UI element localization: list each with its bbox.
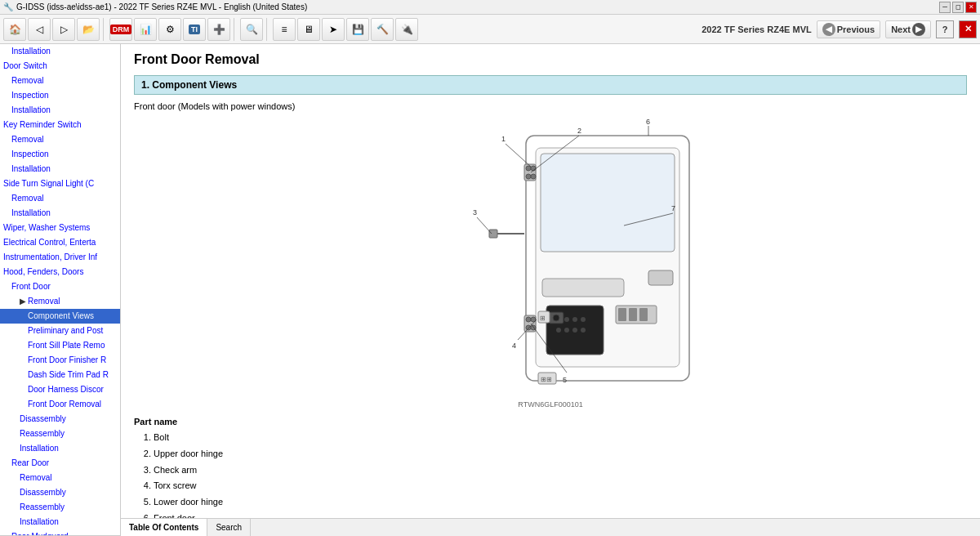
svg-text:7: 7 (671, 204, 675, 212)
sidebar-item-reassembly-rd[interactable]: Reassembly (0, 500, 120, 515)
svg-text:5: 5 (563, 376, 567, 384)
part-name-header: Part name (134, 417, 967, 427)
sidebar-item-installation-3[interactable]: Installation (0, 162, 120, 176)
open-button[interactable]: 📂 (77, 18, 100, 41)
window-controls[interactable]: ─ ◻ ✕ (939, 2, 977, 13)
settings-button[interactable]: ⚙ (158, 18, 181, 41)
sidebar-item-rear-door[interactable]: Rear Door (0, 456, 120, 471)
sidebar-item-reassembly[interactable]: Reassembly (0, 427, 120, 441)
sidebar-item-disassembly-rd[interactable]: Disassembly (0, 485, 120, 500)
sidebar-item-removal-3[interactable]: Removal (0, 191, 120, 206)
sidebar-item-installation-2[interactable]: Installation (0, 103, 120, 118)
sidebar-item-inspection-1[interactable]: Inspection (0, 88, 120, 103)
part-item-3: Check arm (154, 462, 967, 479)
bottom-tab-search[interactable]: Search (207, 519, 251, 536)
sidebar-item-wiper-washer[interactable]: Wiper, Washer Systems (0, 221, 120, 235)
svg-point-7 (564, 317, 569, 322)
sidebar-item-front-sill[interactable]: Front Sill Plate Remo (0, 338, 120, 353)
ti-button[interactable]: TI (183, 18, 206, 41)
svg-line-36 (477, 217, 492, 234)
sidebar-item-prelim-post[interactable]: Preliminary and Post (0, 324, 120, 338)
svg-point-31 (553, 315, 559, 321)
tool-button[interactable]: 🔨 (371, 18, 394, 41)
search-button[interactable]: 🔍 (240, 18, 263, 41)
caret-icon: ▶ (20, 297, 26, 306)
svg-point-25 (531, 174, 536, 179)
sidebar-item-front-door-removal[interactable]: Front Door Removal (0, 397, 120, 412)
next-button[interactable]: Next ▶ (885, 20, 931, 38)
svg-line-32 (506, 144, 531, 167)
bottom-tabs-container: Table Of ContentsSearch (121, 519, 251, 536)
sidebar-item-electrical-control[interactable]: Electrical Control, Enterta (0, 235, 120, 250)
sidebar-item-front-door[interactable]: Front Door (0, 279, 120, 294)
sidebar-item-removal-1[interactable]: Removal (0, 74, 120, 88)
main-area: InstallationDoor SwitchRemovalInspection… (0, 44, 980, 536)
sidebar-item-removal-2[interactable]: Removal (0, 132, 120, 147)
sidebar-item-instrumentation[interactable]: Instrumentation, Driver Inf (0, 250, 120, 265)
close-button[interactable]: ✕ (965, 2, 977, 13)
separator-3 (266, 18, 270, 41)
next-label: Next (891, 25, 911, 34)
previous-button[interactable]: ◀ Previous (817, 20, 880, 38)
sidebar-item-front-door-finisher[interactable]: Front Door Finisher R (0, 353, 120, 368)
help-button[interactable]: ? (936, 20, 954, 38)
sidebar-item-component-views[interactable]: Component Views (0, 309, 120, 324)
svg-rect-2 (541, 154, 675, 252)
sidebar-item-installation-fd[interactable]: Installation (0, 441, 120, 456)
next-arrow-icon: ▶ (912, 23, 925, 36)
save-button[interactable]: 💾 (346, 18, 369, 41)
svg-rect-16 (629, 308, 637, 321)
part-item-4: Torx screw (154, 478, 967, 494)
drm-button[interactable]: DRM (109, 18, 132, 41)
svg-rect-3 (648, 270, 673, 285)
toolbar: 🏠 ◁ ▷ 📂 DRM 📊 ⚙ TI ➕ 🔍 ≡ 🖥 ➤ 💾 🔨 🔌 2022 … (0, 15, 980, 44)
sidebar: InstallationDoor SwitchRemovalInspection… (0, 44, 121, 536)
app-icon: 🔧 (3, 2, 13, 11)
svg-rect-15 (618, 308, 626, 321)
prev-arrow-icon: ◀ (822, 23, 835, 36)
plus-button[interactable]: ➕ (207, 18, 230, 41)
sidebar-item-dash-side-trim[interactable]: Dash Side Trim Pad R (0, 368, 120, 382)
back-button[interactable]: ◁ (28, 18, 51, 41)
svg-rect-21 (489, 230, 497, 238)
svg-text:⊞: ⊞ (540, 315, 546, 322)
sidebar-item-installation-4[interactable]: Installation (0, 206, 120, 221)
sidebar-item-inspection-2[interactable]: Inspection (0, 147, 120, 162)
svg-text:6: 6 (646, 119, 650, 126)
section-header: 1. Component Views (134, 75, 967, 95)
bottom-tab-toc[interactable]: Table Of Contents (121, 519, 207, 536)
svg-point-10 (556, 328, 561, 333)
sidebar-item-installation-rd[interactable]: Installation (0, 515, 120, 529)
home-button[interactable]: 🏠 (3, 18, 26, 41)
forward-button[interactable]: ▷ (52, 18, 75, 41)
help-icon: ? (942, 25, 948, 34)
svg-point-23 (531, 166, 536, 171)
sidebar-item-side-turn[interactable]: Side Turn Signal Light (C (0, 176, 120, 191)
list-button[interactable]: ≡ (273, 18, 296, 41)
sidebar-item-installation-1[interactable]: Installation (0, 44, 120, 59)
separator-1 (103, 18, 106, 41)
minimize-button[interactable]: ─ (939, 2, 951, 13)
svg-text:2: 2 (577, 127, 581, 135)
svg-point-28 (526, 325, 531, 330)
sidebar-item-hood-fenders[interactable]: Hood, Fenders, Doors (0, 265, 120, 279)
sidebar-item-disassembly[interactable]: Disassembly (0, 412, 120, 427)
toolbar-close-button[interactable]: ✕ (959, 20, 977, 38)
part-item-5: Lower door hinge (154, 494, 967, 511)
svg-point-9 (581, 317, 586, 322)
connector-button[interactable]: 🔌 (395, 18, 418, 41)
sidebar-item-door-switch[interactable]: Door Switch (0, 59, 120, 74)
subtitle: Front door (Models with power windows) (134, 101, 967, 111)
sidebar-item-removal-rd[interactable]: Removal (0, 471, 120, 485)
monitor-button[interactable]: 🖥 (297, 18, 320, 41)
arrow-button[interactable]: ➤ (322, 18, 345, 41)
chart-button[interactable]: 📊 (134, 18, 157, 41)
sidebar-item-door-harness[interactable]: Door Harness Discor (0, 382, 120, 397)
svg-point-11 (564, 328, 569, 333)
svg-point-22 (526, 166, 531, 171)
sidebar-item-key-reminder[interactable]: Key Reminder Switch (0, 118, 120, 132)
svg-point-24 (526, 174, 531, 179)
sidebar-item-removal-fd[interactable]: ▶Removal (0, 294, 120, 309)
restore-button[interactable]: ◻ (952, 2, 964, 13)
toolbar-right: 2022 TF Series RZ4E MVL ◀ Previous Next … (702, 20, 977, 38)
